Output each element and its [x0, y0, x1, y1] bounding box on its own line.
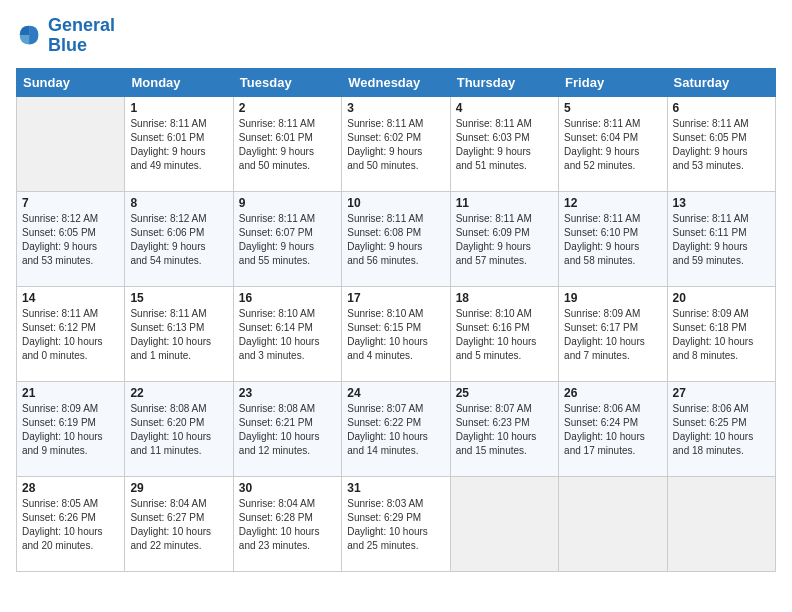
- day-info: Sunrise: 8:11 AM Sunset: 6:02 PM Dayligh…: [347, 117, 444, 173]
- calendar-cell: 4Sunrise: 8:11 AM Sunset: 6:03 PM Daylig…: [450, 96, 558, 191]
- day-info: Sunrise: 8:11 AM Sunset: 6:08 PM Dayligh…: [347, 212, 444, 268]
- day-info: Sunrise: 8:09 AM Sunset: 6:19 PM Dayligh…: [22, 402, 119, 458]
- day-number: 8: [130, 196, 227, 210]
- day-info: Sunrise: 8:11 AM Sunset: 6:10 PM Dayligh…: [564, 212, 661, 268]
- header-cell-tuesday: Tuesday: [233, 68, 341, 96]
- day-info: Sunrise: 8:12 AM Sunset: 6:05 PM Dayligh…: [22, 212, 119, 268]
- calendar-cell: 29Sunrise: 8:04 AM Sunset: 6:27 PM Dayli…: [125, 476, 233, 571]
- day-info: Sunrise: 8:03 AM Sunset: 6:29 PM Dayligh…: [347, 497, 444, 553]
- day-info: Sunrise: 8:06 AM Sunset: 6:25 PM Dayligh…: [673, 402, 770, 458]
- day-number: 7: [22, 196, 119, 210]
- day-info: Sunrise: 8:04 AM Sunset: 6:28 PM Dayligh…: [239, 497, 336, 553]
- day-number: 10: [347, 196, 444, 210]
- day-number: 9: [239, 196, 336, 210]
- calendar-cell: [17, 96, 125, 191]
- week-row-3: 21Sunrise: 8:09 AM Sunset: 6:19 PM Dayli…: [17, 381, 776, 476]
- calendar-cell: 5Sunrise: 8:11 AM Sunset: 6:04 PM Daylig…: [559, 96, 667, 191]
- day-number: 25: [456, 386, 553, 400]
- day-number: 15: [130, 291, 227, 305]
- calendar-cell: 23Sunrise: 8:08 AM Sunset: 6:21 PM Dayli…: [233, 381, 341, 476]
- day-info: Sunrise: 8:09 AM Sunset: 6:18 PM Dayligh…: [673, 307, 770, 363]
- calendar-table: SundayMondayTuesdayWednesdayThursdayFrid…: [16, 68, 776, 572]
- day-number: 26: [564, 386, 661, 400]
- calendar-cell: [667, 476, 775, 571]
- calendar-cell: 16Sunrise: 8:10 AM Sunset: 6:14 PM Dayli…: [233, 286, 341, 381]
- calendar-cell: 11Sunrise: 8:11 AM Sunset: 6:09 PM Dayli…: [450, 191, 558, 286]
- calendar-cell: 19Sunrise: 8:09 AM Sunset: 6:17 PM Dayli…: [559, 286, 667, 381]
- day-number: 20: [673, 291, 770, 305]
- week-row-1: 7Sunrise: 8:12 AM Sunset: 6:05 PM Daylig…: [17, 191, 776, 286]
- day-number: 23: [239, 386, 336, 400]
- calendar-cell: 22Sunrise: 8:08 AM Sunset: 6:20 PM Dayli…: [125, 381, 233, 476]
- calendar-cell: 15Sunrise: 8:11 AM Sunset: 6:13 PM Dayli…: [125, 286, 233, 381]
- day-info: Sunrise: 8:05 AM Sunset: 6:26 PM Dayligh…: [22, 497, 119, 553]
- day-info: Sunrise: 8:11 AM Sunset: 6:03 PM Dayligh…: [456, 117, 553, 173]
- logo-text: General Blue: [48, 16, 115, 56]
- calendar-cell: 21Sunrise: 8:09 AM Sunset: 6:19 PM Dayli…: [17, 381, 125, 476]
- day-info: Sunrise: 8:04 AM Sunset: 6:27 PM Dayligh…: [130, 497, 227, 553]
- day-number: 19: [564, 291, 661, 305]
- calendar-cell: 27Sunrise: 8:06 AM Sunset: 6:25 PM Dayli…: [667, 381, 775, 476]
- day-info: Sunrise: 8:11 AM Sunset: 6:01 PM Dayligh…: [130, 117, 227, 173]
- day-info: Sunrise: 8:06 AM Sunset: 6:24 PM Dayligh…: [564, 402, 661, 458]
- day-number: 11: [456, 196, 553, 210]
- calendar-cell: 17Sunrise: 8:10 AM Sunset: 6:15 PM Dayli…: [342, 286, 450, 381]
- day-info: Sunrise: 8:11 AM Sunset: 6:13 PM Dayligh…: [130, 307, 227, 363]
- day-number: 30: [239, 481, 336, 495]
- day-number: 5: [564, 101, 661, 115]
- calendar-cell: 14Sunrise: 8:11 AM Sunset: 6:12 PM Dayli…: [17, 286, 125, 381]
- week-row-4: 28Sunrise: 8:05 AM Sunset: 6:26 PM Dayli…: [17, 476, 776, 571]
- day-number: 4: [456, 101, 553, 115]
- day-info: Sunrise: 8:10 AM Sunset: 6:16 PM Dayligh…: [456, 307, 553, 363]
- calendar-cell: 31Sunrise: 8:03 AM Sunset: 6:29 PM Dayli…: [342, 476, 450, 571]
- calendar-cell: 1Sunrise: 8:11 AM Sunset: 6:01 PM Daylig…: [125, 96, 233, 191]
- day-info: Sunrise: 8:07 AM Sunset: 6:22 PM Dayligh…: [347, 402, 444, 458]
- day-info: Sunrise: 8:11 AM Sunset: 6:12 PM Dayligh…: [22, 307, 119, 363]
- day-info: Sunrise: 8:12 AM Sunset: 6:06 PM Dayligh…: [130, 212, 227, 268]
- header-cell-sunday: Sunday: [17, 68, 125, 96]
- day-number: 12: [564, 196, 661, 210]
- day-number: 1: [130, 101, 227, 115]
- day-info: Sunrise: 8:08 AM Sunset: 6:21 PM Dayligh…: [239, 402, 336, 458]
- day-info: Sunrise: 8:11 AM Sunset: 6:01 PM Dayligh…: [239, 117, 336, 173]
- calendar-cell: 2Sunrise: 8:11 AM Sunset: 6:01 PM Daylig…: [233, 96, 341, 191]
- calendar-cell: 30Sunrise: 8:04 AM Sunset: 6:28 PM Dayli…: [233, 476, 341, 571]
- logo: General Blue: [16, 16, 115, 56]
- day-info: Sunrise: 8:09 AM Sunset: 6:17 PM Dayligh…: [564, 307, 661, 363]
- header-cell-saturday: Saturday: [667, 68, 775, 96]
- calendar-cell: 13Sunrise: 8:11 AM Sunset: 6:11 PM Dayli…: [667, 191, 775, 286]
- day-number: 2: [239, 101, 336, 115]
- calendar-cell: 10Sunrise: 8:11 AM Sunset: 6:08 PM Dayli…: [342, 191, 450, 286]
- header-cell-friday: Friday: [559, 68, 667, 96]
- calendar-cell: [450, 476, 558, 571]
- calendar-cell: 8Sunrise: 8:12 AM Sunset: 6:06 PM Daylig…: [125, 191, 233, 286]
- day-number: 6: [673, 101, 770, 115]
- calendar-cell: 12Sunrise: 8:11 AM Sunset: 6:10 PM Dayli…: [559, 191, 667, 286]
- calendar-cell: 18Sunrise: 8:10 AM Sunset: 6:16 PM Dayli…: [450, 286, 558, 381]
- day-number: 28: [22, 481, 119, 495]
- day-info: Sunrise: 8:11 AM Sunset: 6:11 PM Dayligh…: [673, 212, 770, 268]
- day-number: 24: [347, 386, 444, 400]
- day-info: Sunrise: 8:11 AM Sunset: 6:07 PM Dayligh…: [239, 212, 336, 268]
- header-cell-thursday: Thursday: [450, 68, 558, 96]
- day-number: 22: [130, 386, 227, 400]
- day-number: 21: [22, 386, 119, 400]
- day-number: 29: [130, 481, 227, 495]
- calendar-cell: 26Sunrise: 8:06 AM Sunset: 6:24 PM Dayli…: [559, 381, 667, 476]
- day-number: 31: [347, 481, 444, 495]
- day-number: 27: [673, 386, 770, 400]
- calendar-cell: 28Sunrise: 8:05 AM Sunset: 6:26 PM Dayli…: [17, 476, 125, 571]
- week-row-2: 14Sunrise: 8:11 AM Sunset: 6:12 PM Dayli…: [17, 286, 776, 381]
- day-info: Sunrise: 8:10 AM Sunset: 6:14 PM Dayligh…: [239, 307, 336, 363]
- calendar-cell: 9Sunrise: 8:11 AM Sunset: 6:07 PM Daylig…: [233, 191, 341, 286]
- calendar-cell: 6Sunrise: 8:11 AM Sunset: 6:05 PM Daylig…: [667, 96, 775, 191]
- logo-icon: [16, 22, 44, 50]
- day-info: Sunrise: 8:11 AM Sunset: 6:09 PM Dayligh…: [456, 212, 553, 268]
- calendar-cell: [559, 476, 667, 571]
- day-info: Sunrise: 8:08 AM Sunset: 6:20 PM Dayligh…: [130, 402, 227, 458]
- day-number: 13: [673, 196, 770, 210]
- header-cell-wednesday: Wednesday: [342, 68, 450, 96]
- day-number: 18: [456, 291, 553, 305]
- calendar-cell: 3Sunrise: 8:11 AM Sunset: 6:02 PM Daylig…: [342, 96, 450, 191]
- day-number: 17: [347, 291, 444, 305]
